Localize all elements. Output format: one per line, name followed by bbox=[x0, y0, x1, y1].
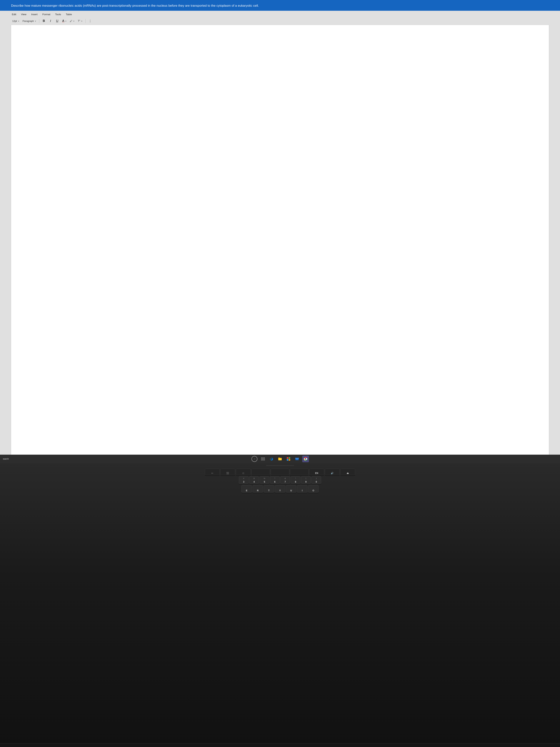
svg-rect-8 bbox=[295, 458, 299, 460]
menu-view[interactable]: View bbox=[20, 12, 27, 16]
font-size-selector[interactable]: 12pt ∨ bbox=[11, 19, 20, 23]
edge-browser-icon[interactable] bbox=[268, 456, 275, 462]
bold-button[interactable]: B bbox=[41, 18, 47, 24]
svg-rect-3 bbox=[263, 459, 265, 460]
key-i[interactable]: I bbox=[297, 485, 308, 493]
key-4[interactable]: $ 4 bbox=[249, 476, 259, 484]
font-color-label: A bbox=[62, 19, 64, 23]
key-fn-misc1[interactable]: ··· bbox=[205, 469, 220, 475]
key-t[interactable]: T bbox=[264, 485, 274, 493]
menu-table[interactable]: Table bbox=[65, 12, 73, 16]
svg-rect-1 bbox=[263, 458, 265, 459]
svg-rect-5 bbox=[289, 457, 290, 459]
paragraph-style-selector[interactable]: Paragraph ∨ bbox=[22, 19, 37, 23]
key-fn-eject[interactable]: ⏏ bbox=[340, 469, 355, 475]
highlight-icon: 🖊 bbox=[70, 20, 72, 22]
key-fn-en[interactable]: EN bbox=[309, 469, 324, 475]
more-options-button[interactable]: ⋮ bbox=[87, 18, 93, 24]
menu-bar: Edit View Insert Format Tools Table bbox=[7, 11, 553, 17]
svg-rect-2 bbox=[261, 459, 263, 460]
laptop-body: ··· ⬛ □ EN 🔊 ⏏ bbox=[0, 463, 560, 747]
file-explorer-icon[interactable] bbox=[277, 456, 283, 462]
key-0[interactable]: ) 0 bbox=[312, 476, 321, 484]
toolbar: 12pt ∨ Paragraph ∨ B I U A ∨ 🖊 ∨ T2 ∨ bbox=[7, 17, 553, 25]
superscript-selector[interactable]: T2 ∨ bbox=[77, 19, 83, 23]
key-fn-volume[interactable]: 🔊 bbox=[325, 469, 340, 475]
microsoft-store-icon[interactable] bbox=[285, 456, 292, 462]
key-8[interactable]: * 8 bbox=[291, 476, 300, 484]
svg-rect-6 bbox=[287, 459, 288, 461]
keyboard-area: ··· ⬛ □ EN 🔊 ⏏ bbox=[14, 469, 546, 493]
fn-key-row: ··· ⬛ □ EN 🔊 ⏏ bbox=[14, 469, 546, 475]
bottom-bezel bbox=[0, 743, 560, 747]
key-fn-misc5[interactable] bbox=[271, 469, 289, 475]
menu-format[interactable]: Format bbox=[42, 12, 51, 16]
svg-rect-0 bbox=[261, 458, 263, 459]
menu-insert[interactable]: Insert bbox=[31, 12, 38, 16]
key-7[interactable]: & 7 bbox=[281, 476, 290, 484]
editor-container: Edit View Insert Format Tools Table 12pt… bbox=[0, 11, 560, 455]
chrome-icon[interactable] bbox=[302, 456, 309, 462]
key-fn-misc2[interactable]: ⬛ bbox=[220, 469, 235, 475]
key-9[interactable]: ( 9 bbox=[301, 476, 311, 484]
key-y[interactable]: Y bbox=[275, 485, 285, 493]
key-fn-misc3[interactable]: □ bbox=[236, 469, 251, 475]
menu-edit[interactable]: Edit bbox=[11, 12, 17, 16]
svg-rect-7 bbox=[289, 459, 290, 461]
taskbar-icons: ○ bbox=[251, 456, 309, 462]
mail-icon[interactable] bbox=[294, 456, 300, 462]
underline-button[interactable]: U bbox=[54, 18, 60, 24]
task-view-icon[interactable] bbox=[260, 456, 266, 462]
letter-key-row: E R T Y U I O bbox=[14, 485, 546, 493]
number-key-row: # 3 $ 4 % 5 ^ 6 & 7 * 8 bbox=[14, 476, 546, 484]
taskbar: earch ○ bbox=[0, 455, 560, 463]
superscript-label: T2 bbox=[78, 20, 80, 22]
font-size-chevron: ∨ bbox=[18, 20, 19, 22]
key-5[interactable]: % 5 bbox=[260, 476, 269, 484]
key-fn-misc6[interactable] bbox=[290, 469, 309, 475]
menu-tools[interactable]: Tools bbox=[54, 12, 62, 16]
paragraph-chevron: ∨ bbox=[35, 20, 36, 22]
font-color-selector[interactable]: A ∨ bbox=[61, 19, 68, 23]
svg-rect-4 bbox=[287, 457, 288, 459]
windows-search-icon[interactable]: ○ bbox=[251, 456, 258, 462]
key-fn-misc4[interactable] bbox=[251, 469, 270, 475]
speaker-grill bbox=[112, 464, 448, 467]
svg-point-11 bbox=[305, 458, 306, 460]
key-e[interactable]: E bbox=[241, 485, 252, 493]
key-r[interactable]: R bbox=[252, 485, 263, 493]
laptop-screen: Describe how mature messenger ribonuclei… bbox=[0, 0, 560, 463]
search-label: earch bbox=[3, 458, 9, 460]
italic-button[interactable]: I bbox=[48, 18, 53, 24]
key-o[interactable]: O bbox=[308, 485, 319, 493]
document-page[interactable] bbox=[11, 25, 549, 455]
key-6[interactable]: ^ 6 bbox=[270, 476, 279, 484]
key-u[interactable]: U bbox=[286, 485, 296, 493]
question-text: Describe how mature messenger ribonuclei… bbox=[0, 0, 560, 11]
key-3[interactable]: # 3 bbox=[239, 476, 248, 484]
highlight-selector[interactable]: 🖊 ∨ bbox=[69, 19, 76, 23]
